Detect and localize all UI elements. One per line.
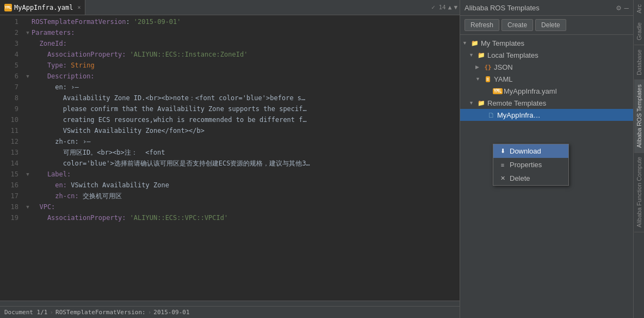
- line-number: 7: [0, 82, 18, 93]
- settings-icon[interactable]: ⚙: [616, 3, 621, 12]
- json-icon: {}: [484, 63, 492, 71]
- delete-button[interactable]: Delete: [535, 19, 566, 31]
- code-line[interactable]: ▼ Description:: [24, 71, 460, 82]
- code-line[interactable]: 可用区ID。<br><b>注： <font: [24, 147, 460, 158]
- folder-icon-local: 📁: [477, 51, 486, 59]
- side-tab-gradle[interactable]: Gradle: [634, 18, 644, 45]
- code-token: [67, 60, 71, 71]
- fold-marker[interactable]: ▼: [24, 203, 32, 211]
- side-tab-function-compute[interactable]: Alibaba Function Compute: [634, 152, 644, 233]
- fold-marker[interactable]: ▼: [24, 29, 32, 36]
- yaml-icon: YML: [4, 4, 12, 11]
- yaml-tree-icon: ≡: [484, 75, 492, 83]
- code-token: 可用区ID。<br><b>注： <font: [32, 147, 165, 158]
- tab-filename: MyAppInfra.yaml: [14, 4, 73, 11]
- code-token: creating ECS resources,which is recommen…: [32, 114, 307, 125]
- remote-templates-label: Remote Templates: [487, 99, 546, 107]
- chevron-yaml: ▼: [475, 76, 482, 82]
- code-line[interactable]: Availability Zone ID.<br><b>note：<font c…: [24, 93, 460, 103]
- json-label: JSON: [494, 63, 513, 71]
- code-line[interactable]: creating ECS resources,which is recommen…: [24, 114, 460, 125]
- side-tab-database[interactable]: Database: [634, 45, 644, 80]
- tab-close-button[interactable]: ×: [77, 4, 81, 10]
- line-number: 14: [0, 158, 18, 169]
- line-number: 3: [0, 38, 18, 49]
- line-number: 13: [0, 147, 18, 158]
- chevron-my-templates: ▼: [462, 40, 469, 46]
- code-line[interactable]: ROSTemplateFormatVersion: '2015-09-01': [24, 16, 460, 27]
- yaml-file-label: MyAppInfra.yaml: [504, 87, 557, 95]
- code-token: color='blue'>选择前请确认该可用区是否支持创建ECS资源的规格，建议…: [32, 158, 310, 169]
- code-line[interactable]: en: VSwitch Availability Zone: [24, 180, 460, 191]
- code-line[interactable]: AssociationProperty: 'ALIYUN::ECS::Insta…: [24, 49, 460, 60]
- action-buttons: Refresh Create Delete: [460, 16, 633, 35]
- code-line[interactable]: en: ›—: [24, 82, 460, 93]
- refresh-button[interactable]: Refresh: [465, 19, 499, 31]
- code-line[interactable]: VSwitch Availability Zone</font></b>: [24, 125, 460, 136]
- code-token: String: [71, 60, 94, 71]
- tree-item-yaml[interactable]: ▼ ≡ YAML: [460, 73, 633, 85]
- code-line[interactable]: ▼Parameters:: [24, 27, 460, 38]
- code-line[interactable]: please confirm that the Availability Zon…: [24, 103, 460, 114]
- panel-header-icons: ⚙ —: [616, 3, 629, 12]
- fold-space: [24, 160, 32, 167]
- code-token: zh-cn:: [32, 191, 79, 201]
- line-number: 6: [0, 71, 18, 82]
- line-number: 5: [0, 60, 18, 71]
- tree-item-json[interactable]: ▶ {} JSON: [460, 61, 633, 73]
- context-menu-delete-label: Delete: [510, 174, 530, 182]
- horizontal-scrollbar[interactable]: [0, 301, 460, 306]
- code-token: Label:: [32, 169, 71, 180]
- line-number: 12: [0, 136, 18, 147]
- code-line[interactable]: ▼ VPC:: [24, 201, 460, 212]
- code-token: Parameters:: [32, 27, 75, 38]
- line-number: 9: [0, 103, 18, 114]
- line-number: 16: [0, 180, 18, 191]
- fold-marker[interactable]: ▼: [24, 72, 32, 80]
- tree-item-yaml-file[interactable]: YML MyAppInfra.yaml: [460, 85, 633, 97]
- code-line[interactable]: ▼ Label:: [24, 169, 460, 180]
- code-token: [126, 49, 129, 60]
- line-number: 11: [0, 125, 18, 136]
- tree-item-remote-file[interactable]: 🗋 MyAppInfra…: [460, 109, 633, 121]
- minimize-icon[interactable]: —: [624, 3, 629, 12]
- code-token: AssociationProperty:: [32, 49, 126, 60]
- side-tab-arc[interactable]: Arc: [634, 0, 644, 18]
- fold-space: [24, 149, 32, 156]
- context-menu-download[interactable]: ⬇ Download: [493, 144, 568, 158]
- code-lines[interactable]: ROSTemplateFormatVersion: '2015-09-01'▼P…: [22, 15, 460, 301]
- context-menu-properties[interactable]: ≡ Properties: [493, 158, 568, 172]
- tree-item-my-templates[interactable]: ▼ 📁 My Templates: [460, 37, 633, 49]
- code-line[interactable]: Type: String: [24, 60, 460, 71]
- code-line[interactable]: AssociationProperty: 'ALIYUN::ECS::VPC::…: [24, 212, 460, 223]
- scroll-up-button[interactable]: ▲: [448, 4, 452, 11]
- remote-file-label: MyAppInfra…: [497, 111, 540, 119]
- code-line[interactable]: ZoneId:: [24, 38, 460, 49]
- yaml-label: YAML: [494, 75, 512, 83]
- tree-item-remote-templates[interactable]: ▼ 📁 Remote Templates: [460, 97, 633, 109]
- my-templates-label: My Templates: [481, 39, 524, 47]
- fold-space: [24, 94, 32, 102]
- breadcrumb-value: 2015-09-01: [153, 309, 189, 316]
- line-number: 15: [0, 169, 18, 180]
- code-line[interactable]: zh-cn: ›—: [24, 136, 460, 147]
- scroll-down-button[interactable]: ▼: [454, 4, 457, 11]
- context-menu-delete[interactable]: ✕ Delete: [493, 172, 568, 185]
- code-line[interactable]: zh-cn: 交换机可用区: [24, 191, 460, 201]
- folder-icon-remote: 📁: [477, 99, 486, 107]
- fold-marker[interactable]: ▼: [24, 170, 32, 178]
- editor-tab[interactable]: YML MyAppInfra.yaml ×: [0, 0, 85, 15]
- context-menu: ⬇ Download ≡ Properties ✕ Delete: [493, 144, 569, 186]
- line-number: 10: [0, 114, 18, 125]
- code-token: Description:: [32, 71, 95, 82]
- sep1: ›: [49, 309, 53, 316]
- line-count-badge: ✓ 14▲▼: [431, 4, 457, 11]
- create-button[interactable]: Create: [501, 19, 533, 31]
- side-tab-ros-templates[interactable]: Alibaba ROS Templates: [634, 80, 644, 153]
- code-token: Type:: [32, 60, 67, 71]
- doc-info: Document 1/1: [4, 309, 47, 316]
- code-line[interactable]: color='blue'>选择前请确认该可用区是否支持创建ECS资源的规格，建议…: [24, 158, 460, 169]
- code-token: ZoneId:: [32, 38, 67, 49]
- tree-item-local-templates[interactable]: ▼ 📁 Local Templates: [460, 49, 633, 61]
- code-token: VPC:: [32, 201, 55, 212]
